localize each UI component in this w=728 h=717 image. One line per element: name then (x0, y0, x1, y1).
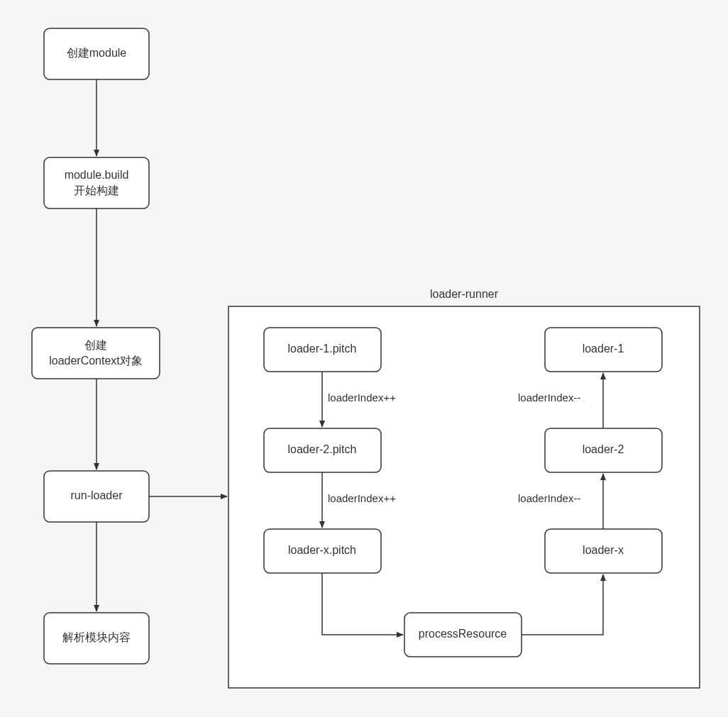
node-label: loader-x (583, 544, 624, 556)
svg-rect-1 (44, 157, 149, 209)
node-label-line1: module.build (65, 169, 129, 181)
node-label-line2: 开始构建 (74, 184, 119, 196)
node-label-line2: loaderContext对象 (49, 355, 143, 367)
node-create-loader-context: 创建 loaderContext对象 (32, 328, 160, 379)
node-label: run-loader (71, 489, 123, 501)
node-label-line1: 创建 (84, 339, 107, 351)
node-create-module: 创建module (44, 28, 149, 79)
node-run-loader: run-loader (44, 471, 149, 522)
node-label: loader-1.pitch (288, 343, 357, 355)
node-loader-x-pitch: loader-x.pitch (264, 529, 381, 573)
node-label: loader-1 (583, 343, 624, 355)
node-label: 创建module (67, 47, 127, 59)
edge-label: loaderIndex++ (328, 492, 396, 504)
svg-rect-2 (32, 328, 160, 379)
node-process-resource: processResource (404, 613, 522, 657)
edge-label: loaderIndex++ (328, 391, 396, 404)
flow-diagram: 创建module module.build 开始构建 创建 loaderCont… (0, 0, 728, 717)
edge-label: loaderIndex-- (518, 391, 580, 404)
edge-label: loaderIndex-- (518, 492, 580, 504)
node-module-build: module.build 开始构建 (44, 157, 149, 209)
node-loader-2-pitch: loader-2.pitch (264, 428, 381, 472)
node-label: processResource (419, 628, 507, 640)
node-label: loader-2 (583, 443, 624, 455)
node-label: 解析模块内容 (62, 631, 131, 643)
node-loader-x: loader-x (545, 529, 662, 573)
node-loader-1: loader-1 (545, 328, 662, 372)
node-loader-2: loader-2 (545, 428, 662, 472)
node-parse-module-content: 解析模块内容 (44, 613, 149, 664)
node-label: loader-x.pitch (288, 544, 356, 556)
node-label: loader-2.pitch (288, 443, 357, 455)
node-loader-1-pitch: loader-1.pitch (264, 328, 381, 372)
container-title: loader-runner (430, 288, 499, 300)
